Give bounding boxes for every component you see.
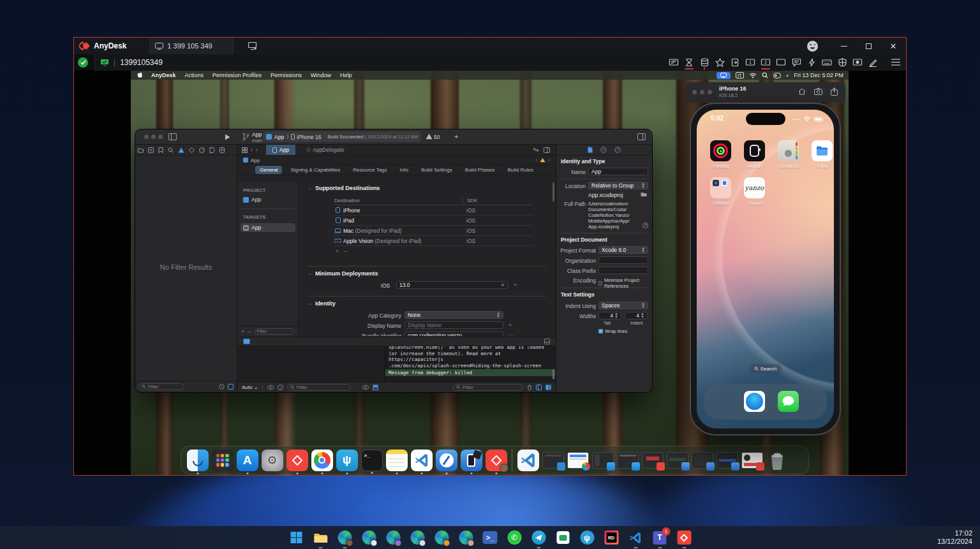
tab-info[interactable]: Info [396,166,413,174]
start-button[interactable] [288,530,304,546]
debug-toggle-icon[interactable] [243,339,250,344]
file-transfer-icon[interactable] [727,55,743,70]
reveal-arrow-icon[interactable] [642,223,648,228]
prev-issue-button[interactable]: ‹ [535,157,537,163]
project-format-dropdown[interactable]: Xcode 8.0▲▼ [598,246,648,254]
vscode-icon[interactable] [628,530,644,546]
close-button[interactable]: ✕ [880,38,906,54]
destination-row[interactable]: iPhone iOS [334,205,533,216]
keyboard-icon[interactable] [819,55,835,70]
tab-appdelegate[interactable]: ⬡ AppDelegate [300,145,351,155]
minimized-window-thumb[interactable] [667,452,688,469]
edge-profile-2-icon[interactable] [361,530,377,546]
scheme-selector[interactable]: App ⟩ iPhone 16 Build Succeeded | 10/12/… [263,131,421,142]
console-eye-icon[interactable] [362,385,369,390]
minimized-window-thumb[interactable] [567,452,589,469]
variables-view-mode[interactable]: Auto ⌄ [242,384,258,390]
project-navigator-icon[interactable] [138,147,144,153]
actions-lightning-icon[interactable] [804,55,819,70]
scm-filter-icon[interactable] [228,384,234,390]
anydesk-user-dock-icon[interactable] [486,450,507,471]
menu-permission-profiles[interactable]: Permission Profiles [212,72,262,78]
google-chat-icon[interactable] [555,530,571,546]
finder-dock-icon[interactable] [187,450,209,471]
fork-icon[interactable]: ψ [579,530,595,546]
quick-help-inspector-icon[interactable]: ? [614,147,621,153]
file-inspector-icon[interactable] [588,147,593,153]
add-destination-button[interactable]: + [336,248,339,254]
display-name-field[interactable]: Display Name [405,321,503,329]
find-navigator-icon[interactable] [168,147,174,153]
session-tab[interactable]: 1 399 105 349 [149,38,234,54]
destination-row[interactable]: Apple Vision (Designed for iPad) iOS [334,236,533,246]
telegram-icon[interactable] [531,530,547,546]
menu-actions[interactable]: Actions [185,72,204,78]
sim-home-icon[interactable] [798,88,806,95]
tab-overview-icon[interactable] [242,147,248,153]
indent-using-dropdown[interactable]: Spaces▲▼ [598,302,648,309]
tab-build-rules[interactable]: Build Rules [503,166,538,174]
location-dropdown[interactable]: Relative to Group▲▼ [588,182,648,189]
screen-capture-icon[interactable] [850,55,865,70]
app-category-dropdown[interactable]: None▲▼ [405,311,503,319]
terminal-dock-icon[interactable]: >_ [361,450,383,471]
issue-navigator-icon[interactable] [178,147,184,153]
settings-dock-icon[interactable]: ⚙ [262,450,283,471]
tab-resource-tags[interactable]: Resource Tags [348,166,391,174]
messages-app-icon[interactable] [778,391,799,412]
permissions-icon[interactable] [835,55,850,70]
breakpoint-navigator-icon[interactable] [209,147,215,153]
vscode-window-thumb[interactable] [517,450,539,471]
recent-filter-icon[interactable] [219,384,225,390]
new-session-tab-button[interactable] [245,39,260,53]
monitor-2-icon[interactable]: 2 [758,55,773,70]
add-deployment-button[interactable]: + [514,282,517,288]
teams-icon[interactable]: T1 [652,530,668,546]
yanzo-app-icon[interactable]: yanzo [744,177,765,198]
bundle-id-field[interactable]: com.codenotion.yanzo [405,332,503,336]
minimized-window-thumb[interactable] [617,452,639,469]
report-navigator-icon[interactable] [219,147,225,153]
split-editor-icon[interactable] [544,147,550,153]
edge-profile-6-icon[interactable] [458,530,474,546]
file-explorer-icon[interactable] [313,530,329,546]
contacts-app-icon[interactable] [778,140,799,161]
menubar-clock[interactable]: Fri 13 Dec 5:02 PM [794,72,843,78]
tab-general[interactable]: General [255,166,282,174]
project-item[interactable]: App [243,196,298,203]
edge-profile-4-icon[interactable] [410,530,426,546]
minimize-refs-checkbox[interactable] [598,281,602,286]
add-tab-button[interactable]: + [454,133,458,140]
minimized-window-thumb[interactable] [542,452,564,469]
navigator-filter-field[interactable]: Filter [138,383,184,390]
minimized-window-thumb[interactable] [692,452,713,469]
maximize-button[interactable] [856,38,880,54]
target-item[interactable]: App [241,223,295,232]
fullscreen-monitor-icon[interactable] [773,55,789,70]
safari-app-icon[interactable] [744,391,765,412]
menu-help[interactable]: Help [340,72,352,78]
utilities-folder-icon[interactable]: 9 [710,177,731,198]
chat-icon[interactable] [789,55,804,70]
watch-app-icon[interactable] [744,140,765,161]
add-display-name-button[interactable]: + [509,322,512,328]
notes-dock-icon[interactable] [386,450,408,471]
debug-navigator-icon[interactable] [199,147,205,153]
files-app-icon[interactable] [812,140,833,161]
launchpad-dock-icon[interactable] [212,450,234,471]
editor-arrows-icon[interactable] [533,147,539,152]
name-field[interactable]: App [588,168,648,175]
user-avatar-icon[interactable] [807,41,818,52]
clear-console-icon[interactable] [527,384,532,390]
session-history-icon[interactable] [681,55,697,70]
inspector-toggle-icon[interactable] [637,133,646,140]
navigator-toggle-icon[interactable] [168,133,177,140]
tab-build-phases[interactable]: Build Phases [461,166,500,174]
simulator-dock-icon[interactable] [461,450,482,471]
console-format-icon[interactable] [373,384,378,390]
minimize-button[interactable] [832,38,856,54]
targets-filter-field[interactable]: Filter [255,328,295,335]
whiteboard-pen-icon[interactable] [865,55,880,70]
vscode-dock-icon[interactable] [411,450,433,471]
trash-dock-icon[interactable] [766,450,788,471]
